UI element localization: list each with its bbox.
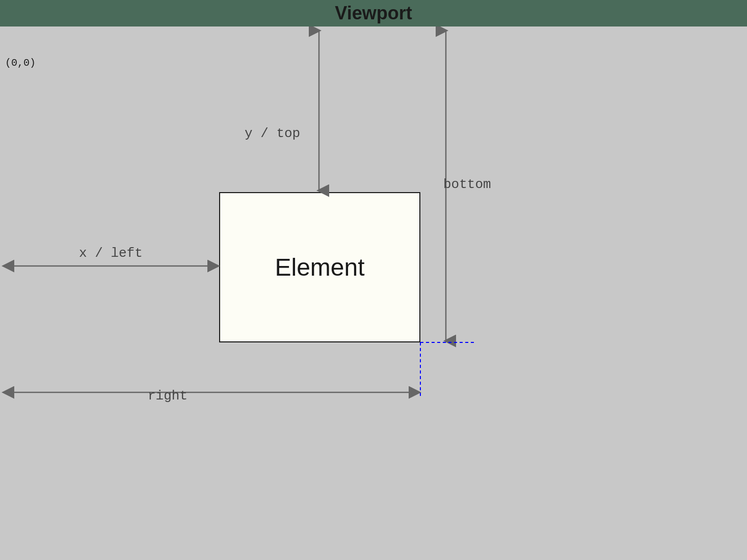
diagram-area: (0,0) Element <box>0 26 747 560</box>
label-y-top: y / top <box>245 126 300 141</box>
viewport-title: Viewport <box>335 3 412 24</box>
label-right: right <box>148 388 188 404</box>
viewport-header: Viewport <box>0 0 747 26</box>
label-bottom: bottom <box>443 177 491 192</box>
label-x-left: x / left <box>79 246 143 261</box>
diagram-svg <box>0 26 747 560</box>
